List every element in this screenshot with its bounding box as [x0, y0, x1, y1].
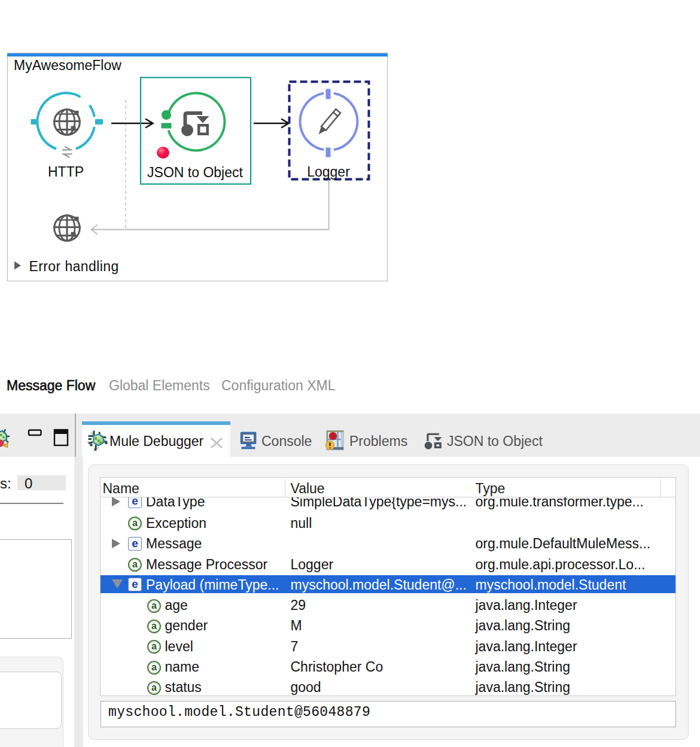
svg-text:HTTP: HTTP — [48, 164, 84, 180]
svg-text:Error handling: Error handling — [29, 259, 119, 274]
svg-text:JSON to Object: JSON to Object — [147, 165, 243, 180]
svg-text:Logger: Logger — [307, 164, 350, 180]
svg-text:MyAwesomeFlow: MyAwesomeFlow — [14, 57, 121, 73]
